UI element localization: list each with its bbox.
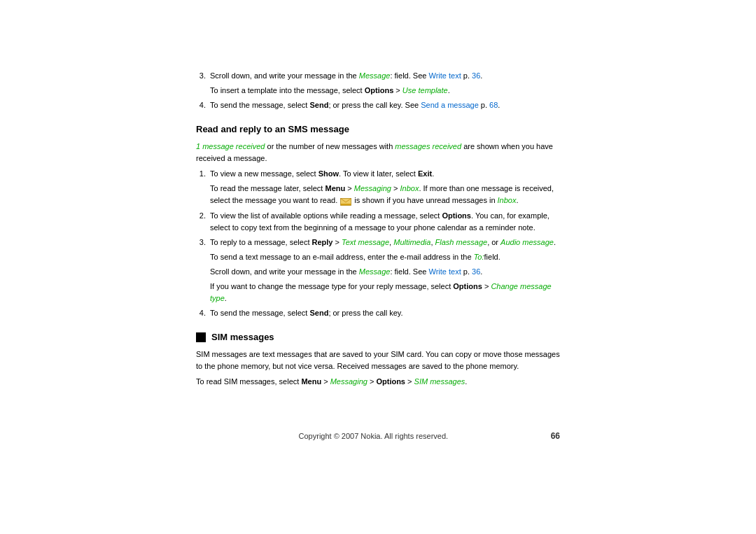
list-item-4: 4. To send the message, select Send; or … <box>196 99 560 111</box>
intro-paragraph: 1 message received or the number of new … <box>196 141 560 164</box>
r3-sub2-text2: : field. See <box>390 267 428 276</box>
r3-text1: To reply to a message, select <box>210 238 312 246</box>
item3-write-link: Write text <box>428 71 461 80</box>
reply-body-1: To view a new message, select Show. To v… <box>210 168 560 180</box>
r1-sub1-arrow2: > <box>391 184 400 192</box>
sim-period: . <box>465 377 467 386</box>
r1-period: . <box>432 169 434 178</box>
r4-text1: To send the message, select <box>210 309 309 317</box>
sim-arrow1: > <box>321 377 330 386</box>
item3-message-link: Message <box>359 71 391 80</box>
intro-italic2: messages received <box>395 142 461 150</box>
r1-sub1-inbox2: Inbox <box>498 196 517 204</box>
r1-sub1-text3: is shown if you have unread messages in <box>352 196 497 204</box>
r3-sub2-period: . <box>480 267 482 276</box>
item4-send: Send <box>309 101 328 109</box>
intro-italic1: 1 message received <box>196 142 265 150</box>
sim-messaging: Messaging <box>330 377 368 386</box>
r3-text-message: Text message <box>342 238 389 246</box>
list-number-4: 4. <box>196 99 206 111</box>
sim-arrow2: > <box>368 377 377 386</box>
sim-icon <box>196 332 206 342</box>
r1-sub1-menu: Menu <box>325 184 345 192</box>
sim-paragraph1: SIM messages are text messages that are … <box>196 349 560 372</box>
item4-link: Send a message <box>421 101 479 109</box>
r3-sub3-options: Options <box>453 282 482 290</box>
r1-exit: Exit <box>418 169 432 178</box>
r3-multimedia: Multimedia <box>393 238 430 246</box>
r3-sub1-text1: To send a text message to an e-mail addr… <box>210 253 474 261</box>
r3-sub3-period: . <box>225 294 227 302</box>
r3-arrow: > <box>332 238 342 246</box>
r4-text2: ; or press the call key. <box>328 309 402 317</box>
r3-sub2-text1: Scroll down, and write your message in t… <box>210 267 359 276</box>
r1-text1: To view a new message, select <box>210 169 318 178</box>
reply1-sub1: To read the message later, select Menu >… <box>210 183 560 206</box>
item3-sub1: To insert a template into the message, s… <box>210 85 560 97</box>
sim-link: SIM messages <box>414 377 465 386</box>
list-number-3: 3. <box>196 70 206 82</box>
item3-sub1-arrow: > <box>393 86 402 94</box>
reply-number-2: 2. <box>196 210 206 234</box>
item4-page: 68 <box>489 101 498 109</box>
r2-text1: To view the list of available options wh… <box>210 211 442 220</box>
intro-text1: or the number of new messages with <box>265 142 395 150</box>
r3-audio: Audio message <box>500 238 554 246</box>
reply3-sub2: Scroll down, and write your message in t… <box>210 266 560 278</box>
r3-sub2-message: Message <box>359 267 391 276</box>
item3-text1: Scroll down, and write your message in t… <box>210 71 359 80</box>
list-body-4: To send the message, select Send; or pre… <box>210 99 560 111</box>
sim-arrow3: > <box>405 377 414 386</box>
r1-sub1-period: . <box>516 196 518 204</box>
reply-number-3: 3. <box>196 237 206 248</box>
sim-menu: Menu <box>301 377 321 386</box>
r3-sub2-write: Write text <box>428 267 461 276</box>
reply-body-2: To view the list of available options wh… <box>210 210 560 234</box>
item4-text1: To send the message, select <box>210 101 309 109</box>
footer-page-number: 66 <box>551 430 560 443</box>
r3-sub2-page: 36 <box>472 267 480 276</box>
sim-heading-label: SIM messages <box>211 330 274 344</box>
r1-sub1-arrow1: > <box>345 184 354 192</box>
r1-sub1-messaging: Messaging <box>354 184 391 192</box>
r3-comma3: , or <box>487 238 500 246</box>
heading-sim: SIM messages <box>196 330 560 344</box>
r3-period: . <box>554 238 556 246</box>
item3-text2: : field. See <box>390 71 428 80</box>
item3-sub1-period: . <box>448 86 450 94</box>
sim-options: Options <box>376 377 405 386</box>
r3-flash: Flash message <box>435 238 488 246</box>
item3-sub1-template: Use template <box>402 86 448 94</box>
reply-number-1: 1. <box>196 168 206 180</box>
item3-text3: p. <box>461 71 472 80</box>
reply3-sub1: To send a text message to an e-mail addr… <box>210 251 560 263</box>
r2-options: Options <box>442 211 471 220</box>
r1-text2: . To view it later, select <box>339 169 418 178</box>
r1-sub1-inbox: Inbox <box>400 184 419 192</box>
reply3-sub3: If you want to change the message type f… <box>210 281 560 304</box>
item4-period: . <box>498 101 500 109</box>
sim-paragraph2: To read SIM messages, select Menu > Mess… <box>196 376 560 388</box>
r3-reply: Reply <box>312 238 333 246</box>
item3-sub1-text1: To insert a template into the message, s… <box>210 86 365 94</box>
r3-sub3-arrow: > <box>482 282 491 290</box>
r3-sub1-text2: field. <box>484 253 500 261</box>
reply-item-4: 4. To send the message, select Send; or … <box>196 307 560 319</box>
footer: Copyright © 2007 Nokia. All rights reser… <box>196 430 560 443</box>
r1-show: Show <box>318 169 339 178</box>
reply-item-1: 1. To view a new message, select Show. T… <box>196 168 560 180</box>
reply-number-4: 4. <box>196 307 206 319</box>
reply-body-4: To send the message, select Send; or pre… <box>210 307 560 319</box>
sim-text2-prefix: To read SIM messages, select <box>196 377 301 386</box>
r1-sub1-text1: To read the message later, select <box>210 184 325 192</box>
heading-reply: Read and reply to an SMS message <box>196 122 560 136</box>
reply-item-2: 2. To view the list of available options… <box>196 210 560 234</box>
list-body-3: Scroll down, and write your message in t… <box>210 70 560 82</box>
footer-copyright: Copyright © 2007 Nokia. All rights reser… <box>196 430 551 442</box>
reply-item-3: 3. To reply to a message, select Reply >… <box>196 237 560 248</box>
r3-sub1-to: To: <box>474 253 484 261</box>
r3-sub3-text1: If you want to change the message type f… <box>210 282 453 290</box>
item3-sub1-options: Options <box>365 86 394 94</box>
item4-text2: ; or press the call key. See <box>328 101 421 109</box>
r3-sub2-text3: p. <box>461 267 472 276</box>
